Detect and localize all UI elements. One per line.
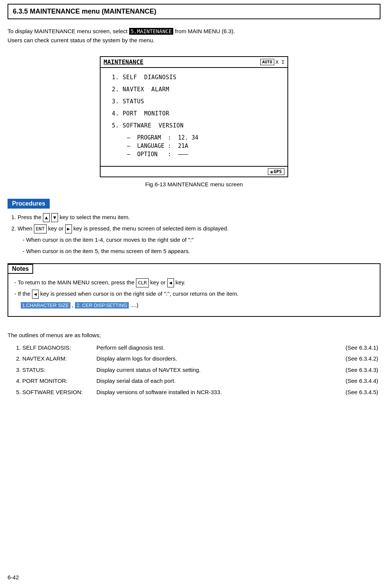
outline-ref-3: (See 6.3.4.3) (331, 364, 380, 376)
procedure-item-2: 2. When ENT key or ▶ key is pressed, the… (11, 224, 380, 233)
screen-body: 1. SELF DIAGNOSIS 2. NAVTEX ALARM 3. STA… (101, 68, 287, 166)
note1-pre: - To return to the MAIN MENU screen, pre… (14, 279, 136, 286)
table-row: 2. NAVTEX ALARM: Display alarm logs for … (8, 353, 380, 364)
intro-line2: Users can check current status of the sy… (8, 36, 380, 45)
outline-num-4: 4. PORT MONITOR: (8, 375, 94, 387)
note1-post: key. (176, 279, 185, 286)
procedures-section: Procedures 1. Press the ▲ ▼ key to selec… (8, 199, 380, 256)
outline-desc-2: Display alarm logs for disorders. (94, 353, 331, 364)
highlight-char-size: 1.CHARACTER SIZE (21, 302, 70, 309)
outline-num-5: 5. SOFTWARE VERSION: (8, 387, 94, 398)
gps-badge: ▣ GPS (268, 168, 284, 175)
note2-post: ....) (130, 302, 139, 308)
intro-line1: To display MAINTENANCE menu screen, sele… (8, 27, 380, 36)
sub-items: – PROGRAM : 12. 34 – LANGUAGE : 21A – OP… (127, 134, 276, 158)
intro-pre: To display MAINTENANCE menu screen, sele… (8, 28, 129, 34)
table-row: 5. SOFTWARE VERSION: Display versions of… (8, 387, 380, 398)
screen-titlebar: MAINTENANCE AUTO X I (101, 57, 287, 68)
outline-ref-5: (See 6.3.4.5) (331, 387, 380, 398)
screen-container: MAINTENANCE AUTO X I 1. SELF DIAGNOSIS 2… (8, 56, 380, 187)
fig-caption: Fig.6-13 MAINTENANCE menu screen (145, 181, 243, 187)
outline-desc-5: Display versions of software installed i… (94, 387, 331, 398)
menu-item-2: 2. NAVTEX ALARM (112, 86, 276, 93)
up-key: ▲ (43, 213, 50, 222)
proc2-mid: key or (48, 225, 65, 232)
ent-key: ENT (34, 224, 46, 233)
procedure-item-1: 1. Press the ▲ ▼ key to select the menu … (11, 212, 380, 222)
intro-post: from MAIN MENU (6.3). (173, 28, 235, 34)
proc1-pre: 1. Press the (11, 214, 43, 220)
notes-section: Notes - To return to the MAIN MENU scree… (8, 263, 380, 317)
outline-desc-3: Display current status of NAVTEX setting… (94, 364, 331, 376)
notes-label: Notes (8, 264, 33, 274)
notes-content: - To return to the MAIN MENU screen, pre… (8, 274, 380, 316)
menu-item-5: 5. SOFTWARE VERSION (112, 122, 276, 129)
menu-item-3: 3. STATUS (112, 98, 276, 105)
note-item-1: - To return to the MAIN MENU screen, pre… (14, 278, 374, 287)
page-number: 6-42 (8, 574, 19, 580)
page-container: 6.3.5 MAINTENANCE menu (MAINTENANCE) To … (0, 0, 388, 588)
proc-sub2: - When cursor is on the item 5, the menu… (23, 246, 380, 256)
left-key-2: ◀ (32, 290, 39, 299)
proc1-post: key to select the menu item. (60, 214, 130, 220)
outlines-intro: The outlines of menus are as follows; (8, 332, 380, 338)
outline-desc-4: Display serial data of each port. (94, 375, 331, 387)
outline-ref-4: (See 6.3.4.4) (331, 375, 380, 387)
left-key: ◀ (167, 278, 174, 287)
maintenance-screen: MAINTENANCE AUTO X I 1. SELF DIAGNOSIS 2… (100, 56, 288, 177)
outline-num-3: 3. STATUS: (8, 364, 94, 376)
gps-label: GPS (273, 169, 282, 174)
outline-ref-1: (See 6.3.4.1) (331, 342, 380, 353)
outline-num-1: 1. SELF DIAGNOSIS: (8, 342, 94, 353)
sub-item-option: – OPTION : ——— (127, 151, 276, 158)
screen-icons: AUTO X I (260, 59, 284, 65)
menu-item-4: 4. PORT MONITOR (112, 110, 276, 117)
proc2-pre: 2. When (11, 225, 34, 232)
auto-badge: AUTO (260, 59, 274, 65)
note-highlights: 1.CHARACTER SIZE , 2. CER DISP.SETTING .… (14, 300, 374, 310)
page-header: 6.3.5 MAINTENANCE menu (MAINTENANCE) (8, 4, 380, 19)
screen-title: MAINTENANCE (104, 58, 144, 66)
highlight-cer-disp: 2. CER DISP.SETTING (75, 302, 128, 309)
procedures-label: Procedures (8, 199, 50, 209)
screen-footer: ▣ GPS (101, 166, 287, 177)
note2-mid: key is pressed when cursor is on the rig… (40, 290, 239, 297)
table-row: 4. PORT MONITOR: Display serial data of … (8, 375, 380, 387)
outlines-section: The outlines of menus are as follows; 1.… (8, 332, 380, 398)
note-item-2: - If the ◀ key is pressed when cursor is… (14, 289, 374, 299)
table-row: 1. SELF DIAGNOSIS: Perform self diagnosi… (8, 342, 380, 353)
proc2-post: key is pressed, the menu screen of selec… (73, 225, 229, 232)
note2-pre: - If the (14, 290, 32, 297)
menu-item-1: 1. SELF DIAGNOSIS (112, 74, 276, 81)
sub-item-language: – LANGUAGE : 21A (127, 143, 276, 149)
right-key: ▶ (65, 224, 72, 233)
outline-desc-1: Perform self diagnosis test. (94, 342, 331, 353)
down-key: ▼ (51, 213, 58, 222)
intro-text: To display MAINTENANCE menu screen, sele… (8, 27, 380, 45)
sub-item-program: – PROGRAM : 12. 34 (127, 134, 276, 141)
note-indent (14, 302, 19, 308)
clr-key: CLR (136, 278, 148, 287)
outline-ref-2: (See 6.3.4.2) (331, 353, 380, 364)
intro-highlight: 5.MAINTENANCE (129, 28, 174, 35)
procedures-content: 1. Press the ▲ ▼ key to select the menu … (11, 212, 380, 256)
table-row: 3. STATUS: Display current status of NAV… (8, 364, 380, 376)
note1-mid: key or (150, 279, 167, 286)
signal-icon: ▣ (270, 170, 273, 174)
outline-num-2: 2. NAVTEX ALARM: (8, 353, 94, 364)
outlines-table: 1. SELF DIAGNOSIS: Perform self diagnosi… (8, 342, 380, 398)
proc-sub1: - When cursor is on the item 1-4, cursor… (23, 235, 380, 245)
xi-label: X I (276, 59, 284, 65)
page-title: 6.3.5 MAINTENANCE menu (MAINTENANCE) (13, 8, 375, 15)
